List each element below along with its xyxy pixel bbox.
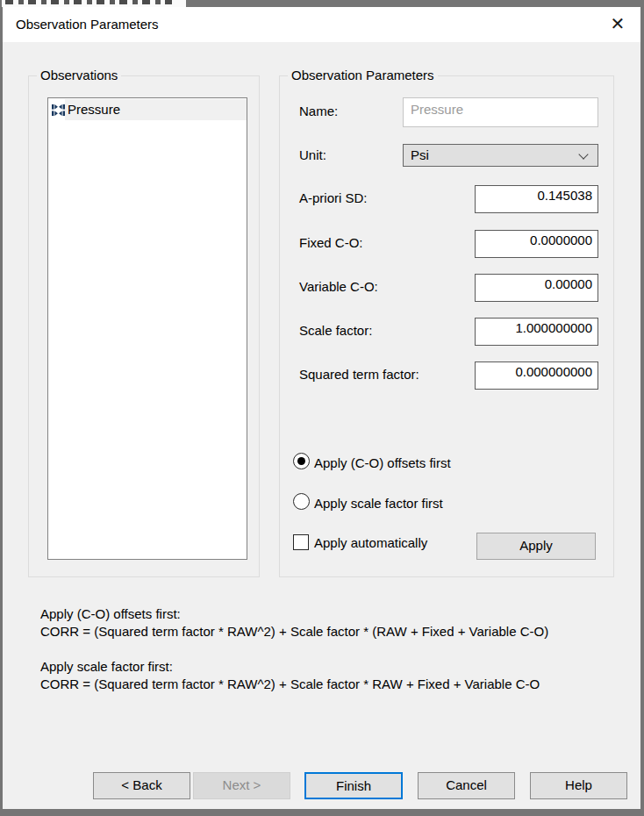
next-button: Next >: [193, 772, 290, 799]
apriori-sd-field[interactable]: [475, 185, 598, 213]
observations-list[interactable]: Pressure: [47, 97, 247, 560]
name-field: [403, 97, 598, 127]
name-label: Name:: [299, 104, 338, 118]
background-window-text-fragment: [5, 0, 172, 4]
observations-group-label: Observations: [37, 68, 121, 82]
fixed-co-field[interactable]: [475, 230, 598, 258]
chevron-down-icon: [578, 149, 588, 159]
back-button[interactable]: < Back: [93, 772, 190, 799]
list-item-pressure[interactable]: Pressure: [48, 99, 247, 120]
background-window-edge: [2, 0, 186, 7]
help-button[interactable]: Help: [530, 772, 627, 799]
dialog-title: Observation Parameters: [16, 7, 159, 42]
observation-parameters-group: Observation Parameters Name: Unit: Psi A…: [279, 75, 614, 577]
apply-button[interactable]: Apply: [476, 533, 596, 560]
scale-factor-label: Scale factor:: [299, 323, 372, 338]
unit-dropdown-value: Psi: [411, 145, 429, 166]
observation-parameters-dialog: Observation Parameters ✕ Observations: [3, 7, 640, 809]
title-bar: Observation Parameters ✕: [3, 7, 640, 42]
formula-second-line: CORR = (Squared term factor * RAW^2) + S…: [40, 676, 619, 693]
unit-dropdown[interactable]: Psi: [403, 144, 598, 167]
cancel-button[interactable]: Cancel: [418, 772, 515, 799]
variable-co-field[interactable]: [475, 274, 598, 302]
formula-help-text: Apply (C-O) offsets first: CORR = (Squar…: [40, 605, 619, 693]
finish-button[interactable]: Finish: [304, 772, 403, 799]
squared-term-factor-field[interactable]: [475, 361, 598, 390]
observation-parameters-group-label: Observation Parameters: [288, 68, 438, 82]
list-item-label: Pressure: [65, 99, 247, 120]
apriori-sd-label: A-priori SD:: [299, 190, 368, 205]
radio-apply-co-offsets-first-label: Apply (C-O) offsets first: [314, 455, 451, 472]
radio-apply-scale-factor-first-label: Apply scale factor first: [314, 495, 443, 512]
screenshot-root: Observation Parameters ✕ Observations: [0, 0, 644, 816]
fixed-co-label: Fixed C-O:: [299, 235, 363, 250]
variable-co-label: Variable C-O:: [299, 279, 378, 294]
apply-automatically-label: Apply automatically: [314, 534, 427, 552]
apply-automatically-checkbox[interactable]: [293, 534, 309, 550]
radio-dot: [297, 457, 305, 465]
unit-label: Unit:: [299, 147, 326, 162]
formula-second-title: Apply scale factor first:: [40, 658, 619, 676]
radio-apply-co-offsets-first[interactable]: [293, 453, 310, 469]
squared-term-factor-label: Squared term factor:: [299, 367, 419, 382]
scale-factor-field[interactable]: [475, 318, 598, 346]
formula-first-title: Apply (C-O) offsets first:: [40, 605, 619, 623]
formula-first-line: CORR = (Squared term factor * RAW^2) + S…: [40, 623, 619, 641]
observations-group: Observations: [28, 75, 260, 577]
radio-apply-scale-factor-first[interactable]: [293, 493, 310, 510]
close-icon[interactable]: ✕: [598, 7, 637, 42]
compress-arrows-icon: [52, 104, 65, 117]
